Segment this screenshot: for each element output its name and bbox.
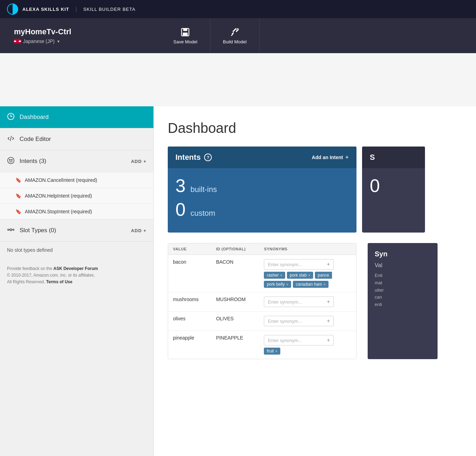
sidebar-sub-item-cancel[interactable]: 🔖 AMAZON.CancelIntent (required): [0, 172, 153, 188]
sidebar-item-code-editor[interactable]: Code Editor: [0, 128, 153, 150]
sidebar: Dashboard Code Editor: [0, 106, 154, 456]
intents-sub-items: 🔖 AMAZON.CancelIntent (required) 🔖 AMAZO…: [0, 172, 153, 219]
cell-id-pineapple: PINEAPPLE: [211, 331, 259, 359]
nav-subtitle: SKILL BUILDER BETA: [83, 7, 136, 12]
tag-pork-belly: pork belly ×: [264, 281, 291, 288]
synonym-placeholder-olives: Enter synonym...: [268, 319, 325, 324]
synonym-placeholder: Enter synonym...: [268, 262, 325, 267]
tag-canadian-ham: canadian ham ×: [293, 281, 329, 288]
slot-table: VALUE ID (OPTIONAL) SYNONYMS bacon BACON: [168, 243, 356, 359]
cell-id-mushrooms: MUSHROOM: [211, 292, 259, 312]
synonym-input-olives[interactable]: Enter synonym... +: [264, 316, 334, 326]
sidebar-item-dashboard[interactable]: Dashboard: [0, 106, 153, 128]
top-navigation: ALEXA SKILLS KIT | SKILL BUILDER BETA: [0, 0, 476, 18]
language-label: Japanese (JP): [23, 38, 55, 44]
table-row: mushrooms MUSHROOM Enter synonym... +: [168, 292, 356, 312]
add-intent-button[interactable]: Add an Intent +: [312, 154, 349, 161]
cell-synonyms-mushrooms: Enter synonym... +: [259, 292, 356, 312]
builtins-count: 3: [175, 177, 186, 195]
intents-help-icon[interactable]: ?: [204, 154, 212, 161]
synonym-add-icon[interactable]: +: [327, 261, 330, 268]
sidebar-sub-item-stop[interactable]: 🔖 AMAZON.StopIntent (required): [0, 204, 153, 219]
svg-point-6: [8, 157, 14, 164]
col-id: ID (OPTIONAL): [211, 243, 259, 255]
synonym-input-mushrooms[interactable]: Enter synonym... +: [264, 297, 334, 307]
synonym-add-icon-olives[interactable]: +: [327, 318, 330, 324]
brand-title: ALEXA SKILLS KIT: [22, 7, 69, 12]
slot-types-icon: [7, 226, 15, 235]
dashboard-cards: Intents ? Add an Intent + 3 built-ins 0: [168, 147, 462, 233]
page-title: Dashboard: [168, 120, 462, 136]
save-model-label: Save Model: [173, 39, 197, 44]
build-model-button[interactable]: Build Model: [210, 18, 260, 53]
table-row: bacon BACON Enter synonym... + rasher × …: [168, 255, 356, 292]
cell-id-olives: OLIVES: [211, 312, 259, 331]
cell-value-pineapple: pineapple: [168, 331, 211, 359]
custom-label: custom: [190, 209, 215, 218]
main-content: Dashboard Intents ? Add an Intent +: [154, 106, 476, 456]
terms-of-use-link[interactable]: Terms of Use: [46, 279, 72, 284]
nav-divider: |: [75, 6, 77, 12]
table-header-row: VALUE ID (OPTIONAL) SYNONYMS: [168, 243, 356, 255]
slot-types-section-header: Slot Types (0) ADD +: [0, 220, 153, 241]
right-panel-subtitle: Val: [375, 262, 431, 269]
svg-point-8: [11, 159, 12, 161]
cell-value-olives: olives: [168, 312, 211, 331]
app-header: myHomeTv-Ctrl Japanese (JP) ▼ Save Model: [0, 18, 476, 53]
toolbar: Save Model Build Model: [161, 18, 260, 53]
intents-icon: [7, 157, 15, 166]
bookmark-icon-help: 🔖: [15, 193, 21, 199]
svg-point-3: [237, 28, 238, 30]
right-panel: Syn Val Entimatuttercanenti: [368, 243, 438, 359]
build-icon: [230, 27, 240, 37]
build-model-label: Build Model: [223, 39, 247, 44]
alexa-logo: [7, 3, 18, 15]
slot-card: S 0: [362, 147, 425, 233]
custom-stat: 0 custom: [175, 200, 349, 219]
no-slot-types-message: No slot types defined: [0, 242, 153, 258]
synonym-input-bacon[interactable]: Enter synonym... +: [264, 259, 334, 270]
right-panel-title: Syn: [375, 250, 431, 258]
slot-table-container: VALUE ID (OPTIONAL) SYNONYMS bacon BACON: [168, 243, 356, 359]
table-row: pineapple PINEAPPLE Enter synonym... + f…: [168, 331, 356, 359]
intents-add-button[interactable]: ADD +: [131, 159, 146, 164]
bookmark-icon-stop: 🔖: [15, 209, 21, 214]
tag-close-pork-belly[interactable]: ×: [286, 282, 288, 286]
svg-point-9: [10, 229, 12, 231]
cell-value-mushrooms: mushrooms: [168, 292, 211, 312]
language-selector[interactable]: Japanese (JP) ▼: [14, 38, 154, 44]
cell-synonyms-bacon: Enter synonym... + rasher × pork slab × …: [259, 255, 356, 292]
stop-intent-label: AMAZON.StopIntent (required): [25, 209, 92, 214]
bookmark-icon-cancel: 🔖: [15, 177, 21, 183]
intents-section-left: Intents (3): [7, 157, 46, 166]
right-panel-description: Entimatuttercanenti: [375, 272, 431, 308]
synonym-input-pineapple[interactable]: Enter synonym... +: [264, 335, 334, 345]
slot-card-title: S: [370, 153, 375, 162]
slot-types-add-button[interactable]: ADD +: [131, 228, 146, 233]
intents-section-header: Intents (3) ADD +: [0, 150, 153, 172]
tag-close-pork-slab[interactable]: ×: [308, 273, 310, 277]
tag-close-fruit[interactable]: ×: [275, 349, 277, 353]
slot-count: 0: [370, 176, 380, 196]
code-editor-label: Code Editor: [20, 136, 51, 143]
sidebar-slot-types-section: Slot Types (0) ADD +: [0, 220, 153, 242]
sidebar-sub-item-help[interactable]: 🔖 AMAZON.HelpIntent (required): [0, 188, 153, 204]
intents-card-header: Intents ? Add an Intent +: [168, 147, 356, 168]
tag-pance-partial: pance: [315, 272, 332, 279]
sidebar-intents-section: Intents (3) ADD + 🔖 AMAZON.CancelIntent …: [0, 150, 153, 220]
synonym-add-icon-mushrooms[interactable]: +: [327, 299, 330, 305]
svg-rect-2: [183, 33, 188, 35]
save-model-button[interactable]: Save Model: [161, 18, 210, 53]
bacon-tags-2: pork belly × canadian ham ×: [264, 281, 351, 288]
tag-close-canadian-ham[interactable]: ×: [324, 282, 326, 286]
tag-close-rasher[interactable]: ×: [280, 273, 282, 277]
table-row: olives OLIVES Enter synonym... +: [168, 312, 356, 331]
ask-developer-forum-link[interactable]: ASK Developer Forum: [53, 266, 98, 271]
cell-id-bacon: BACON: [211, 255, 259, 292]
svg-point-7: [9, 159, 10, 161]
synonym-add-icon-pineapple[interactable]: +: [327, 337, 330, 343]
col-synonyms: SYNONYMS: [259, 243, 356, 255]
slot-card-header: S: [362, 147, 425, 168]
intents-card-body: 3 built-ins 0 custom: [168, 168, 356, 233]
pineapple-tags: fruit ×: [264, 348, 351, 355]
